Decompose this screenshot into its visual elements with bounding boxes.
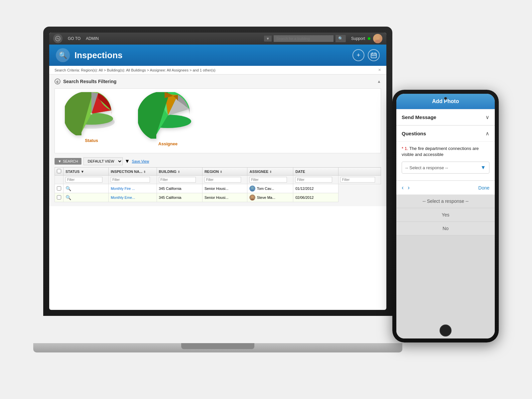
filter-status-input[interactable] (66, 177, 102, 183)
sort-icon-name: ⇕ (143, 170, 146, 174)
questions-header[interactable]: Questions ∧ (396, 126, 495, 141)
search-submit-button[interactable]: 🔍 (335, 35, 346, 42)
filter-date[interactable] (293, 176, 338, 184)
th-date[interactable]: DATE (293, 168, 338, 176)
sort-icon-building: ⇕ (178, 170, 180, 174)
phone-screen: Add Photo Send Message ∨ Questions ∧ (396, 94, 495, 338)
row2-avatar (249, 195, 255, 200)
row2-building: 345 California (157, 193, 202, 202)
breadcrumb-close[interactable]: ✕ (378, 68, 381, 72)
svg-point-13 (251, 187, 254, 189)
row2-checkbox[interactable] (57, 195, 61, 200)
row1-name[interactable]: Monthly Fire ... (108, 184, 157, 193)
assignee-chart: Assignee (138, 92, 198, 146)
th-inspection-name[interactable]: INSPECTION NA... ⇕ (108, 168, 157, 176)
phone-camera (444, 97, 447, 100)
search-input[interactable] (274, 35, 333, 42)
question-nav-row: ‹ › Done (396, 181, 495, 195)
filter-status[interactable] (64, 176, 109, 184)
table-row: 🔍 Monthly Eme... 345 California Senior H… (55, 193, 381, 202)
row2-assignee: Steve Ma... (247, 193, 293, 202)
view-select-arrow: ▼ (125, 158, 130, 164)
svg-point-11 (90, 113, 92, 115)
collapse-button[interactable]: ▲ (377, 79, 381, 84)
question-text: * 1. The fire department connections are… (402, 146, 489, 158)
filter-assignee-input[interactable] (249, 177, 287, 183)
svg-rect-8 (375, 56, 375, 56)
filter-extra[interactable] (338, 176, 381, 184)
dropdown-option-yes[interactable]: Yes (396, 208, 495, 222)
phone: Add Photo Send Message ∨ Questions ∧ (392, 90, 499, 342)
search-type-dropdown[interactable]: ▼ (264, 36, 272, 42)
question-body: The fire department connections are visi… (402, 146, 479, 157)
row2-status-icon: 🔍 (66, 195, 71, 200)
svg-point-14 (250, 190, 255, 192)
response-select[interactable]: -- Select a response -- ▼ (402, 162, 489, 174)
row1-assignee: Tom Cav... (247, 184, 293, 193)
svg-rect-7 (373, 56, 374, 56)
row1-checkbox[interactable] (57, 186, 61, 191)
section-icon: ◐ (55, 78, 61, 84)
filter-name[interactable] (108, 176, 157, 184)
laptop-base (33, 343, 402, 352)
topbar-nav: GO TO ADMIN (68, 36, 99, 41)
prev-question-button[interactable]: ‹ (402, 184, 404, 191)
row1-region: Senior Housi... (202, 184, 247, 193)
th-region[interactable]: REGION ⇕ (202, 168, 247, 176)
send-message-header[interactable]: Send Message ∨ (396, 109, 495, 125)
view-select[interactable]: DEFAULT VIEW (83, 157, 123, 165)
phone-outer: Add Photo Send Message ∨ Questions ∧ (392, 90, 499, 342)
search-button[interactable]: ▼ SEARCH (55, 158, 81, 165)
filter-name-input[interactable] (111, 177, 150, 183)
response-dropdown: -- Select a response -- Yes No (396, 195, 495, 338)
app-logo (53, 34, 63, 43)
add-button[interactable]: + (352, 49, 364, 61)
th-filter-extra (338, 168, 381, 176)
select-all-checkbox[interactable] (57, 169, 61, 173)
sort-icon-region: ⇕ (220, 170, 222, 174)
table-header-row: STATUS ▼ INSPECTION NA... ⇕ BUILDING ⇕ R… (55, 168, 381, 176)
done-button[interactable]: Done (478, 185, 489, 191)
row2-checkbox-cell[interactable] (55, 193, 64, 202)
filter-date-input[interactable] (295, 177, 332, 183)
filter-region-input[interactable] (204, 177, 241, 183)
admin-link[interactable]: ADMIN (86, 36, 99, 41)
filter-building-input[interactable] (159, 177, 196, 183)
row1-checkbox-cell[interactable] (55, 184, 64, 193)
table-row: 🔍 Monthly Fire ... 345 California Senior… (55, 184, 381, 193)
save-view-link[interactable]: Save View (132, 159, 149, 163)
th-status[interactable]: STATUS ▼ (64, 168, 109, 176)
section-header: ◐ Search Results Filtering ▲ (55, 78, 381, 84)
filter-extra-input[interactable] (340, 177, 375, 183)
next-question-button[interactable]: › (408, 184, 410, 191)
online-status-dot (368, 37, 370, 40)
filter-building[interactable] (157, 176, 202, 184)
phone-home-button[interactable] (440, 325, 452, 336)
row1-status: 🔍 (64, 184, 109, 193)
filter-assignee[interactable] (247, 176, 293, 184)
dropdown-option-placeholder[interactable]: -- Select a response -- (396, 195, 495, 208)
breadcrumb-text: Search Criteria: Region(s): All > Buildi… (55, 68, 215, 72)
add-photo-button[interactable]: Add Photo (396, 94, 495, 109)
row2-name[interactable]: Monthly Eme... (108, 193, 157, 202)
questions-chevron: ∧ (485, 130, 489, 137)
goto-link[interactable]: GO TO (68, 36, 80, 41)
select-all-checkbox-header[interactable] (55, 168, 64, 176)
dropdown-option-no[interactable]: No (396, 222, 495, 235)
laptop-screen: GO TO ADMIN ▼ 🔍 Support (49, 33, 386, 310)
header-actions: + (352, 49, 380, 61)
filter-region[interactable] (202, 176, 247, 184)
table-toolbar: ▼ SEARCH DEFAULT VIEW ▼ Save View (55, 157, 381, 165)
th-assignee[interactable]: ASSIGNEE ⇕ (247, 168, 293, 176)
row2-date: 02/06/2012 (293, 193, 338, 202)
assignee-chart-label: Assignee (158, 141, 178, 146)
response-select-arrow: ▼ (480, 165, 486, 171)
response-select-text: -- Select a response -- (405, 165, 448, 170)
status-chart-label: Status (85, 138, 98, 143)
row1-avatar (249, 186, 255, 192)
th-building[interactable]: BUILDING ⇕ (157, 168, 202, 176)
user-avatar[interactable] (373, 34, 382, 43)
calendar-button[interactable] (368, 49, 380, 61)
laptop-hinge (181, 343, 254, 349)
svg-point-1 (374, 40, 381, 43)
